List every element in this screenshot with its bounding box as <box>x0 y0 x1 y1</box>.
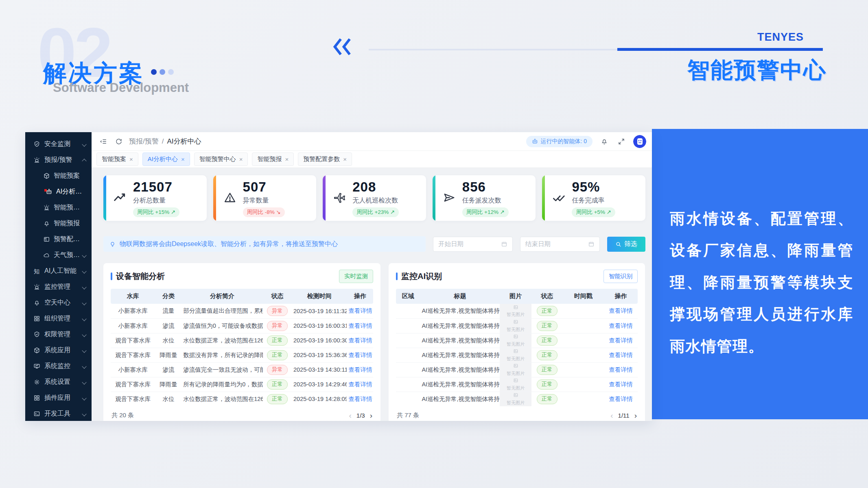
fullscreen-icon[interactable] <box>616 136 627 147</box>
tab-智能预案[interactable]: 智能预案× <box>96 152 138 166</box>
cell-time: 2025-03-19 14:30:11 <box>292 362 347 377</box>
sidebar-item-安全监测[interactable]: 安全监测 <box>25 136 92 152</box>
view-detail-link[interactable]: 查看详情 <box>609 366 632 373</box>
realtime-monitor-button[interactable]: 实时监测 <box>339 270 373 283</box>
tab-AI分析中心[interactable]: AI分析中心× <box>142 152 190 166</box>
cell-status: 正常 <box>263 392 292 406</box>
chevron-down-icon <box>82 142 86 146</box>
stat-trend-badge: 周同比 +23% ↗ <box>352 207 399 217</box>
running-agents-badge[interactable]: 运行中的智能体: 0 <box>526 136 593 147</box>
plane-icon <box>333 191 347 205</box>
view-detail-link[interactable]: 查看详情 <box>609 396 632 402</box>
sidebar-item-智能预案[interactable]: 智能预案 <box>25 168 92 184</box>
view-detail-link[interactable]: 查看详情 <box>609 381 632 388</box>
cell-summary: 渗流值恒为0，可能设备或数据采 <box>181 318 263 333</box>
stat-value: 21507 <box>133 179 173 195</box>
view-detail-link[interactable]: 查看详情 <box>348 396 372 402</box>
sidebar-item-智能预警中心[interactable]: 智能预警中心 <box>25 200 92 216</box>
sidebar-item-系统应用[interactable]: 系统应用 <box>25 342 92 358</box>
table-row: AI巡检无异常,视觉智能体将持续暂无图片正常查看详情 <box>396 333 638 348</box>
cell-region <box>396 392 420 406</box>
double-chevron-left-icon <box>332 37 350 56</box>
cloud-icon <box>42 251 50 259</box>
table-row: 小新寨水库渗流渗流值完全一致且无波动，可能设异常2025-03-19 14:30… <box>111 362 373 377</box>
view-detail-link[interactable]: 查看详情 <box>348 381 372 388</box>
cell-action: 查看详情 <box>347 333 373 348</box>
start-date-input[interactable]: 开始日期 <box>433 237 513 252</box>
broken-image-icon <box>513 363 518 370</box>
chevron-down-icon <box>82 332 86 337</box>
sidebar-item-预报-预警[interactable]: 预报/预警 <box>25 152 92 168</box>
sidebar-item-label: 插件应用 <box>44 394 80 402</box>
sidebar-item-空天中心[interactable]: 空天中心 <box>25 295 92 311</box>
grid-icon <box>33 315 41 323</box>
cell-time: 2025-03-19 15:36:36 <box>292 348 347 362</box>
panels-row: 设备智能分析 实时监测 水库分类分析简介状态检测时间操作 小新寨水库流量部分流量… <box>103 263 645 421</box>
lightbulb-icon <box>109 241 116 248</box>
view-detail-link[interactable]: 查看详情 <box>348 337 372 344</box>
sidebar-item-权限管理[interactable]: 权限管理 <box>25 327 92 342</box>
next-page-icon[interactable]: › <box>634 412 637 419</box>
tab-预警配置参数[interactable]: 预警配置参数× <box>298 152 352 166</box>
cell-action: 查看详情 <box>604 362 638 377</box>
sidebar-item-监控管理[interactable]: 监控管理 <box>25 279 92 295</box>
view-detail-link[interactable]: 查看详情 <box>348 352 372 358</box>
user-avatar[interactable] <box>633 135 646 148</box>
sidebar-item-系统监控[interactable]: 系统监控 <box>25 358 92 374</box>
notice-filter-row: 物联网数据将会由Deepseek读取、智能分析，如有异常，将推送至预警中心 开始… <box>103 236 645 252</box>
sidebar-item-AI分析中心[interactable]: AI分析中心 <box>25 184 92 200</box>
view-detail-link[interactable]: 查看详情 <box>609 322 632 329</box>
view-detail-link[interactable]: 查看详情 <box>348 366 372 373</box>
tab-close-icon[interactable]: × <box>239 156 243 163</box>
tab-close-icon[interactable]: × <box>285 156 289 163</box>
terminal-icon <box>33 410 41 418</box>
status-badge: 正常 <box>267 379 288 390</box>
calendar-icon <box>588 241 595 247</box>
column-header-操作: 操作 <box>604 289 638 304</box>
notification-bell-icon[interactable] <box>599 136 610 147</box>
breadcrumb-current: AI分析中心 <box>167 137 201 146</box>
stats-row: 21507分析总数量周同比 +15% ↗507异常数量周同比 -8% ↘208无… <box>103 175 645 221</box>
prev-page-icon[interactable]: ‹ <box>349 412 351 419</box>
chevron-down-icon <box>82 285 86 289</box>
sidebar-item-天气预报预-[interactable]: 天气预报预... <box>25 247 92 263</box>
cell-summary: 水位数据正常，波动范围在1269. <box>181 333 263 348</box>
next-page-icon[interactable]: › <box>370 412 372 419</box>
column-header-状态: 状态 <box>263 289 292 304</box>
sidebar-item-预警配置参数[interactable]: 预警配置参数 <box>25 231 92 247</box>
cell-summary: 渗流值完全一致且无波动，可能设 <box>181 362 263 377</box>
cell-category: 水位 <box>155 392 182 406</box>
cell-title: AI巡检无异常,视觉智能体将持续 <box>420 377 500 392</box>
tab-智能预警中心[interactable]: 智能预警中心× <box>194 152 248 166</box>
refresh-icon[interactable] <box>114 136 124 147</box>
device-analysis-panel: 设备智能分析 实时监测 水库分类分析简介状态检测时间操作 小新寨水库流量部分流量… <box>103 263 380 421</box>
tab-智能预报[interactable]: 智能预报× <box>252 152 294 166</box>
tab-close-icon[interactable]: × <box>343 156 347 163</box>
device-analysis-footer: 共 20 条 ‹ 1/3 › <box>111 406 373 421</box>
filter-button[interactable]: 筛选 <box>607 237 645 252</box>
stat-value: 208 <box>352 179 376 195</box>
siren-icon <box>33 283 41 291</box>
breadcrumb-root[interactable]: 预报/预警 <box>129 137 159 146</box>
sidebar-item-插件应用[interactable]: 插件应用 <box>25 390 92 406</box>
sidebar-item-组织管理[interactable]: 组织管理 <box>25 311 92 327</box>
smart-recognition-button[interactable]: 智能识别 <box>603 270 638 283</box>
prev-page-icon[interactable]: ‹ <box>610 412 613 419</box>
tab-close-icon[interactable]: × <box>181 156 185 163</box>
view-detail-link[interactable]: 查看详情 <box>609 337 632 344</box>
view-detail-link[interactable]: 查看详情 <box>348 322 372 329</box>
sidebar-item-label: 组织管理 <box>44 314 80 323</box>
collapse-sidebar-icon[interactable] <box>98 136 109 147</box>
no-image-placeholder: 暂无图片 <box>501 392 529 405</box>
sidebar-item-系统设置[interactable]: 系统设置 <box>25 374 92 390</box>
view-detail-link[interactable]: 查看详情 <box>348 307 372 314</box>
end-date-input[interactable]: 结束日期 <box>520 237 600 252</box>
view-detail-link[interactable]: 查看详情 <box>609 307 632 314</box>
device-analysis-table: 水库分类分析简介状态检测时间操作 小新寨水库流量部分流量值超出合理范围，累积泄异… <box>111 289 373 406</box>
tab-close-icon[interactable]: × <box>129 156 133 163</box>
sidebar-item-AI人工智能[interactable]: 知AI人工智能 <box>25 263 92 279</box>
sidebar-item-开发工具[interactable]: 开发工具 <box>25 406 92 421</box>
view-detail-link[interactable]: 查看详情 <box>609 352 632 358</box>
stat-card-body: 856任务派发次数周同比 +12% ↗ <box>435 175 536 221</box>
sidebar-item-智能预报[interactable]: 智能预报 <box>25 216 92 231</box>
